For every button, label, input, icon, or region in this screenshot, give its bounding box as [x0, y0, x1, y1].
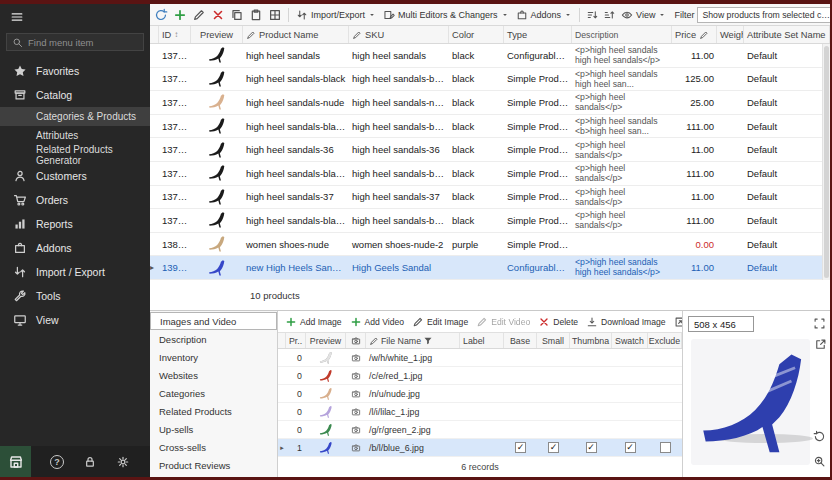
- products-scrollbar[interactable]: [822, 44, 830, 280]
- settings-gear-icon[interactable]: [116, 455, 130, 469]
- rotate-icon[interactable]: [813, 430, 826, 443]
- image-size-field[interactable]: 508 x 456: [688, 316, 754, 332]
- header-priority[interactable]: Pr..: [286, 333, 306, 348]
- product-row-13739[interactable]: 13739 high heel sandals-37 high heel san…: [150, 186, 830, 210]
- view-dropdown[interactable]: View: [619, 8, 668, 22]
- header-exclude[interactable]: Exclude: [648, 333, 682, 348]
- product-row-13731[interactable]: 13731 high heel sandals high heel sandal…: [150, 44, 830, 68]
- set-resize-rule-button[interactable]: Set Resize Rule: [671, 315, 682, 329]
- header-small[interactable]: Small: [537, 333, 570, 348]
- sidebar-item-attributes[interactable]: Attributes: [0, 126, 150, 145]
- sidebar-item-reports[interactable]: Reports: [0, 212, 150, 236]
- product-row-13738[interactable]: 13738 high heel sandals-black-37 high he…: [150, 162, 830, 186]
- add-product-button[interactable]: [172, 7, 188, 23]
- header-product-name[interactable]: Product Name: [243, 26, 349, 43]
- product-row-13733[interactable]: 13733 high heel sandals-nude high heel s…: [150, 91, 830, 115]
- category-filter-select[interactable]: Show products from selected categories: [697, 7, 830, 23]
- header-attribute-set[interactable]: Attribute Set Name: [744, 26, 830, 43]
- edit-video-button[interactable]: Edit Video: [473, 315, 533, 329]
- image-row-b-l-blue-6-jpg[interactable]: ▸ 1 /b/l/blue_6.jpg ✓ ✓ ✓ ✓: [278, 439, 682, 457]
- tab-up-sells[interactable]: Up-sells: [150, 420, 277, 438]
- image-row-n-u-nude-jpg[interactable]: 0 /n/u/nude.jpg: [278, 385, 682, 403]
- download-image-button[interactable]: Download Image: [583, 315, 669, 329]
- product-id: 13732: [159, 73, 191, 84]
- add-image-button[interactable]: Add Image: [282, 315, 345, 329]
- image-row-l-i-lilac-1-jpg[interactable]: 0 /l/i/lilac_1.jpg: [278, 403, 682, 421]
- edit-image-button[interactable]: Edit Image: [409, 315, 471, 329]
- copy-button[interactable]: [229, 7, 245, 23]
- header-file-name[interactable]: File Name: [366, 333, 460, 348]
- header-thumbnail[interactable]: Thumbna: [570, 333, 612, 348]
- tab-description[interactable]: Description: [150, 330, 277, 348]
- product-row-13931[interactable]: ▸ 13931 new High Heels Sandals High Geel…: [150, 256, 830, 280]
- delete-product-button[interactable]: [210, 7, 226, 23]
- header-price[interactable]: Price: [672, 26, 717, 43]
- product-row-13737[interactable]: 13737 high heel sandals-36 high heel san…: [150, 138, 830, 162]
- columns-button[interactable]: [267, 7, 283, 23]
- small-checkbox[interactable]: ✓: [548, 442, 559, 453]
- sidebar-item-view[interactable]: View: [0, 308, 150, 332]
- sort-asc-button[interactable]: [585, 8, 599, 22]
- add-video-button[interactable]: Add Video: [347, 315, 408, 329]
- tab-related-products[interactable]: Related Products: [150, 402, 277, 420]
- header-sku[interactable]: SKU: [349, 26, 449, 43]
- shoe-image: [204, 93, 230, 111]
- edit-product-button[interactable]: [191, 7, 207, 23]
- tab-categories[interactable]: Categories: [150, 384, 277, 402]
- external-link-icon[interactable]: [814, 338, 827, 351]
- sidebar-item-addons[interactable]: Addons: [0, 236, 150, 260]
- zoom-icon[interactable]: [813, 455, 826, 468]
- sort-desc-button[interactable]: [602, 8, 616, 22]
- swatch-checkbox[interactable]: ✓: [625, 442, 636, 453]
- product-row-13736[interactable]: 13736 high heel sandals-black-36 high he…: [150, 115, 830, 139]
- header-camera[interactable]: [346, 333, 366, 348]
- tab-cross-sells[interactable]: Cross-sells: [150, 438, 277, 456]
- image-row-g-r-green-2-jpg[interactable]: 0 /g/r/green_2.jpg: [278, 421, 682, 439]
- header-preview[interactable]: Preview: [191, 26, 243, 43]
- header-base[interactable]: Base: [504, 333, 537, 348]
- tab-product-reviews[interactable]: Product Reviews: [150, 456, 277, 474]
- sidebar-item-orders[interactable]: Orders: [0, 188, 150, 212]
- image-row-c-e-red-1-jpg[interactable]: 0 /c/e/red_1.jpg: [278, 367, 682, 385]
- header-weight[interactable]: Weight: [717, 26, 744, 43]
- sidebar-item-customers[interactable]: Customers: [0, 164, 150, 188]
- sidebar-item-tools[interactable]: Tools: [0, 284, 150, 308]
- delete-image-button[interactable]: Delete: [535, 315, 581, 329]
- sidebar-item-favorites[interactable]: Favorites: [0, 59, 150, 83]
- header-type[interactable]: Type: [504, 26, 572, 43]
- sidebar-item-catalog[interactable]: Catalog: [0, 83, 150, 107]
- tab-websites[interactable]: Websites: [150, 366, 277, 384]
- tab-images-and-video[interactable]: Images and Video: [150, 312, 277, 330]
- tab-inventory[interactable]: Inventory: [150, 348, 277, 366]
- image-row-w-h-white-1-jpg[interactable]: 0 /w/h/white_1.jpg: [278, 349, 682, 367]
- header-color[interactable]: Color: [449, 26, 504, 43]
- header-description[interactable]: Description: [572, 26, 672, 43]
- header-image-preview[interactable]: Preview: [306, 333, 346, 348]
- camera-icon: [351, 407, 361, 417]
- menu-button[interactable]: [0, 4, 150, 30]
- product-preview: [191, 141, 243, 159]
- product-row-13740[interactable]: 13740 high heel sandals-black-38 high he…: [150, 209, 830, 233]
- thumbnail-checkbox[interactable]: ✓: [586, 442, 597, 453]
- lock-icon[interactable]: [83, 455, 97, 469]
- header-swatch[interactable]: Swatch: [612, 333, 648, 348]
- sidebar-search[interactable]: Find menu item: [6, 33, 144, 51]
- header-id[interactable]: ID↕: [159, 26, 191, 43]
- header-label[interactable]: Label: [460, 333, 504, 348]
- import-export-dropdown[interactable]: Import/Export: [294, 8, 378, 22]
- paste-button[interactable]: [248, 7, 264, 23]
- product-row-13732[interactable]: 13732 high heel sandals-black high heel …: [150, 68, 830, 92]
- maximize-icon[interactable]: [813, 317, 826, 330]
- sidebar-item-import-export[interactable]: Import / Export: [0, 260, 150, 284]
- store-logo-button[interactable]: [0, 446, 31, 477]
- sidebar-item-categories-products[interactable]: Categories & Products: [0, 107, 150, 126]
- sidebar-item-related-products-generator[interactable]: Related Products Generator: [0, 145, 150, 164]
- base-checkbox[interactable]: ✓: [515, 442, 526, 453]
- multi-editors-dropdown[interactable]: Multi Editors & Changers: [381, 8, 511, 22]
- help-button[interactable]: ?: [50, 455, 64, 469]
- scrollbar-thumb[interactable]: [824, 46, 829, 278]
- addons-dropdown[interactable]: Addons: [514, 8, 575, 22]
- exclude-checkbox[interactable]: [660, 442, 671, 453]
- product-row-13817[interactable]: 13817 women shoes-nude women shoes-nude-…: [150, 233, 830, 257]
- refresh-button[interactable]: [153, 7, 169, 23]
